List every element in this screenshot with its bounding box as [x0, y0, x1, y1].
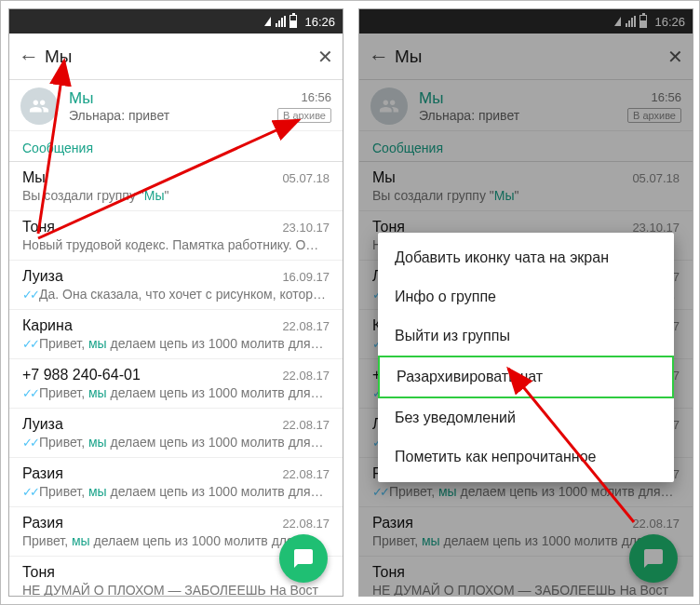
section-header: Сообщения [9, 131, 343, 161]
read-tick-icon: ✓✓ [22, 337, 37, 351]
chat-date: 22.08.17 [282, 319, 330, 333]
chat-row[interactable]: Тоня23.10.17Новый трудовой кодекс. Памят… [9, 211, 343, 261]
chat-name: +7 988 240-64-01 [22, 367, 141, 383]
archived-chat-row[interactable]: Мы Эльнара: привет 16:56 В архиве [9, 80, 343, 131]
status-bar: 16:26 [9, 9, 343, 34]
chat-row[interactable]: Разия22.08.17✓✓Привет, мы делаем цепь из… [9, 458, 343, 507]
chat-snippet: Новый трудовой кодекс. Памятка работнику… [22, 237, 330, 252]
chat-row[interactable]: Луиза22.08.17✓✓Привет, мы делаем цепь из… [9, 409, 343, 458]
chat-snippet: Вы создали группу "Мы" [22, 188, 330, 203]
screenshot-pair: 16:26 ← Мы ✕ Мы Эльнара: привет 16:56 В … [0, 0, 700, 605]
read-tick-icon: ✓✓ [22, 386, 37, 400]
menu-item[interactable]: Добавить иконку чата на экран [378, 238, 674, 277]
group-avatar-icon [20, 87, 58, 125]
back-icon[interactable]: ← [19, 45, 45, 69]
read-tick-icon: ✓✓ [22, 485, 37, 499]
menu-item[interactable]: Без уведомлений [378, 398, 674, 437]
chat-snippet: НЕ ДУМАЙ О ПЛОХОМ — ЗАБОЛЕЕШЬ На Вост [22, 583, 330, 597]
search-bar: ← Мы ✕ [9, 34, 343, 80]
chat-name: Разия [22, 515, 63, 531]
chat-date: 22.08.17 [282, 418, 330, 432]
battery-icon [289, 15, 297, 28]
status-time: 16:26 [304, 15, 335, 29]
chat-name: Мы [22, 169, 46, 186]
phone-left: 16:26 ← Мы ✕ Мы Эльнара: привет 16:56 В … [8, 8, 343, 597]
chat-snippet: ✓✓Привет, мы делаем цепь из 1000 молитв … [22, 385, 330, 400]
chat-name: Луиза [22, 268, 63, 285]
menu-item[interactable]: Разархивировать чат [378, 356, 674, 398]
chat-name: Луиза [22, 416, 63, 433]
chat-row[interactable]: +7 988 240-64-0122.08.17✓✓Привет, мы дел… [9, 359, 343, 409]
menu-item[interactable]: Инфо о группе [378, 277, 674, 316]
chat-date: 22.08.17 [282, 517, 330, 531]
archive-badge: В архиве [277, 108, 331, 123]
chat-snippet: ✓✓Да. Она сказала, что хочет с рисунком,… [22, 287, 330, 302]
menu-item[interactable]: Пометить как непрочитанное [378, 437, 674, 477]
chat-snippet: ✓✓Привет, мы делаем цепь из 1000 молитв … [22, 435, 330, 450]
chat-date: 16.09.17 [282, 270, 330, 284]
search-query[interactable]: Мы [45, 47, 317, 67]
context-menu: Добавить иконку чата на экранИнфо о груп… [378, 233, 674, 482]
chat-subtitle: Эльнара: привет [69, 108, 266, 123]
clear-icon[interactable]: ✕ [317, 46, 333, 68]
chat-row[interactable]: Карина22.08.17✓✓Привет, мы делаем цепь и… [9, 310, 343, 359]
chat-date: 22.08.17 [282, 467, 330, 481]
chat-name: Карина [22, 317, 73, 334]
signal-icon [264, 17, 271, 26]
chat-name: Разия [22, 465, 63, 482]
chat-snippet: ✓✓Привет, мы делаем цепь из 1000 молитв … [22, 336, 330, 351]
chat-title: Мы [69, 89, 266, 108]
menu-item[interactable]: Выйти из группы [378, 316, 674, 356]
chat-name: Тоня [22, 219, 55, 235]
chat-row[interactable]: Луиза16.09.17✓✓Да. Она сказала, что хоче… [9, 261, 343, 310]
chat-time: 16:56 [301, 90, 331, 104]
chat-row[interactable]: Мы05.07.18Вы создали группу "Мы" [9, 162, 343, 211]
wifi-icon [276, 16, 286, 27]
new-chat-fab[interactable] [279, 534, 328, 583]
chat-date: 23.10.17 [282, 221, 330, 235]
chat-date: 05.07.18 [282, 171, 330, 185]
read-tick-icon: ✓✓ [22, 288, 37, 302]
chat-snippet: ✓✓Привет, мы делаем цепь из 1000 молитв … [22, 484, 330, 499]
chat-name: Тоня [22, 564, 55, 581]
read-tick-icon: ✓✓ [22, 436, 37, 450]
results-list-left: Мы05.07.18Вы создали группу "Мы"Тоня23.1… [9, 162, 343, 597]
chat-date: 22.08.17 [282, 369, 330, 383]
phone-right: 16:26 ← Мы ✕ Мы Эльнара: привет 16:56 В … [358, 8, 693, 597]
